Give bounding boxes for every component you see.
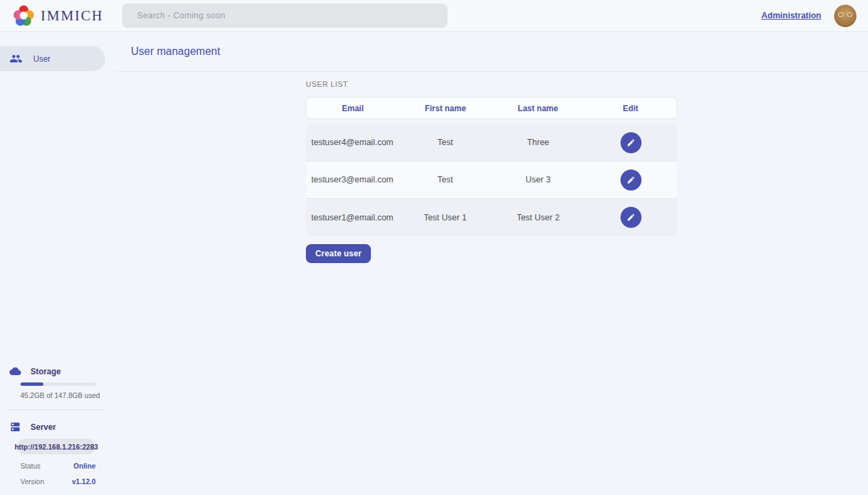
cloud-icon [9, 365, 21, 377]
table-row: testuser4@email.com Test Three [306, 124, 677, 161]
column-header-edit: Edit [585, 104, 677, 113]
column-header-email: Email [307, 104, 399, 113]
version-label: Version [20, 477, 44, 486]
table-row: testuser3@email.com Test User 3 [306, 161, 677, 199]
create-user-button[interactable]: Create user [306, 244, 371, 263]
main-panel: User management USER LIST Email First na… [115, 32, 868, 495]
pencil-icon [627, 176, 635, 184]
brand-title: IMMICH [41, 7, 104, 24]
edit-user-button[interactable] [620, 207, 642, 228]
brand: IMMICH [14, 5, 122, 26]
glasses-icon [838, 12, 852, 18]
status-value: Online [73, 462, 96, 470]
page-title: User management [131, 45, 220, 58]
cell-first-name: Test [399, 175, 492, 184]
server-version-row: Version v1.12.0 [20, 477, 96, 486]
storage-progress-bar [20, 382, 96, 386]
navbar-right: Administration [762, 5, 856, 27]
sidebar-item-label: User [33, 54, 50, 64]
user-table: testuser4@email.com Test Three te [306, 124, 677, 236]
content-area: USER LIST Email First name Last name Edi… [115, 72, 868, 263]
storage-section: Storage 45.2GB of 147.8GB used [0, 365, 105, 399]
users-icon [9, 52, 22, 65]
sidebar-item-user[interactable]: User [0, 46, 105, 71]
status-label: Status [20, 462, 41, 470]
sidebar-divider [7, 410, 105, 410]
section-label: USER LIST [306, 80, 677, 88]
cell-first-name: Test User 1 [399, 213, 492, 222]
cell-last-name: Test User 2 [492, 213, 585, 222]
cell-last-name: User 3 [492, 175, 585, 184]
cell-email: testuser3@email.com [306, 175, 399, 184]
server-title: Server [31, 422, 56, 432]
sidebar-footer: Storage 45.2GB of 147.8GB used Server ht… [0, 365, 105, 486]
server-url-chip: http://192.168.1.216:2283 [18, 439, 95, 454]
pencil-icon [627, 213, 635, 222]
edit-user-button[interactable] [620, 132, 642, 153]
cell-first-name: Test [399, 138, 492, 147]
page-header: User management [115, 32, 868, 72]
user-avatar[interactable] [834, 5, 856, 27]
server-icon [9, 421, 21, 433]
server-status-row: Status Online [20, 462, 96, 470]
search-input[interactable] [122, 3, 448, 28]
administration-link[interactable]: Administration [762, 11, 821, 20]
storage-progress-fill [20, 382, 43, 386]
column-header-last-name: Last name [492, 104, 585, 113]
edit-user-button[interactable] [620, 170, 642, 191]
cell-last-name: Three [492, 138, 585, 147]
cell-email: testuser1@email.com [306, 213, 399, 222]
top-navbar: IMMICH Administration [0, 0, 868, 32]
immich-logo-icon [14, 5, 34, 26]
cell-email: testuser4@email.com [306, 138, 399, 147]
table-header-row: Email First name Last name Edit [306, 97, 677, 119]
table-row: testuser1@email.com Test User 1 Test Use… [306, 199, 677, 236]
pencil-icon [627, 138, 635, 147]
server-section: Server http://192.168.1.216:2283 Status … [0, 421, 105, 486]
column-header-first-name: First name [399, 104, 492, 113]
sidebar: User Storage 45.2GB of 147.8GB used [0, 32, 115, 495]
storage-usage-text: 45.2GB of 147.8GB used [20, 391, 105, 399]
storage-title: Storage [31, 367, 61, 376]
user-list-block: USER LIST Email First name Last name Edi… [306, 80, 677, 263]
version-value: v1.12.0 [72, 477, 96, 486]
